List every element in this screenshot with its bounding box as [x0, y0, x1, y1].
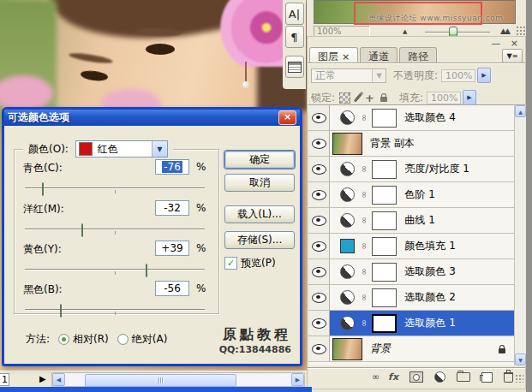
black-slider-track[interactable]	[25, 305, 205, 318]
lock-transparency-icon[interactable]	[339, 92, 350, 104]
add-layer-mask-icon[interactable]	[409, 371, 423, 383]
lock-position-icon[interactable]: +	[365, 93, 374, 103]
tab-channels[interactable]: 通道	[360, 47, 398, 62]
yellow-slider-track[interactable]	[25, 264, 205, 278]
layer-name[interactable]: 色阶 1	[404, 187, 434, 202]
tab-paths[interactable]: 路径	[399, 47, 437, 62]
magenta-slider-track[interactable]	[25, 224, 205, 238]
close-icon[interactable]: ×	[511, 38, 522, 49]
layer-name[interactable]: 选取颜色 3	[404, 264, 455, 279]
new-layer-icon[interactable]	[481, 372, 493, 383]
status-zoom-field[interactable]: 1	[0, 373, 9, 386]
cyan-value-field[interactable]: -76	[155, 159, 189, 175]
layer-style-fx-button[interactable]: fx	[388, 371, 398, 383]
layer-mask-thumbnail[interactable]	[372, 237, 397, 256]
fill-value[interactable]: 100%	[427, 92, 461, 104]
opacity-slider-button[interactable]: ▶	[477, 68, 491, 83]
visibility-toggle[interactable]	[308, 234, 330, 258]
new-adjustment-layer-icon[interactable]	[434, 371, 445, 383]
layer-name[interactable]: 选取颜色 2	[404, 290, 455, 305]
layer-row-levels-1[interactable]: ∞ 色阶 1	[308, 182, 514, 208]
tab-close-icon[interactable]: ×	[342, 51, 350, 62]
fill-slider-button[interactable]: ▶	[463, 90, 476, 105]
layer-row-selective-color-1-selected[interactable]: ∞ 选取颜色 1	[308, 311, 514, 336]
layers-scrollbar[interactable]: ▲ ▼	[514, 105, 526, 365]
preview-checkbox[interactable]: ✓	[224, 257, 237, 270]
magenta-value-field[interactable]: -32	[155, 200, 189, 216]
character-palette-button[interactable]: A|	[285, 3, 304, 25]
layer-name[interactable]: 背景	[370, 342, 391, 356]
cyan-slider-track[interactable]	[25, 183, 205, 197]
scroll-right-button[interactable]: ▶	[291, 373, 304, 386]
layer-name[interactable]: 选取颜色 4	[404, 110, 455, 125]
method-relative-option[interactable]: 相对(R)	[58, 332, 109, 347]
horizontal-scrollbar[interactable]: ◀ ▶	[51, 372, 305, 387]
close-button[interactable]: ×	[278, 110, 296, 125]
save-button[interactable]: 存储(S)...	[224, 231, 295, 249]
scroll-down-button[interactable]: ▼	[515, 353, 526, 365]
opacity-value[interactable]: 100%	[441, 69, 475, 82]
black-value-field[interactable]: -56	[155, 281, 189, 296]
visibility-toggle[interactable]	[308, 105, 330, 130]
blend-mode-select[interactable]: 正常 ▼	[311, 68, 386, 83]
layer-mask-thumbnail[interactable]	[372, 109, 397, 128]
layer-name[interactable]: 曲线 1	[404, 213, 434, 228]
layer-row-selective-color-3[interactable]: ∞ 选取颜色 3	[308, 259, 514, 285]
radio-checked-icon[interactable]	[58, 334, 69, 345]
minimize-icon[interactable]: —	[491, 38, 504, 49]
color-select[interactable]: 红色 ▼	[75, 140, 168, 157]
tab-layers[interactable]: 图层×	[309, 47, 358, 62]
visibility-toggle[interactable]	[308, 182, 330, 207]
layer-mask-thumbnail[interactable]	[372, 288, 397, 307]
layer-mask-thumbnail[interactable]	[372, 160, 397, 179]
layer-row-color-fill-1[interactable]: ∞ 颜色填充 1	[308, 234, 514, 259]
lock-all-icon[interactable]	[380, 97, 387, 102]
visibility-toggle[interactable]	[308, 157, 330, 181]
scroll-up-button[interactable]: ▲	[515, 105, 526, 117]
layer-row-selective-color-4[interactable]: ∞ 选取颜色 4	[308, 105, 514, 131]
status-menu-arrow-icon[interactable]: ▶	[39, 374, 46, 383]
layer-thumbnail[interactable]	[332, 133, 362, 155]
chevron-down-icon[interactable]: ▼	[372, 69, 386, 82]
layer-row-background[interactable]: 背景	[308, 336, 514, 362]
layer-mask-thumbnail[interactable]	[372, 211, 397, 230]
radio-icon[interactable]	[117, 334, 129, 345]
load-button[interactable]: 载入(L)...	[224, 205, 295, 223]
cancel-button[interactable]: 取消	[224, 174, 295, 192]
layer-mask-thumbnail[interactable]	[372, 314, 397, 333]
visibility-toggle[interactable]	[308, 336, 330, 361]
chevron-down-icon[interactable]: ▼	[152, 141, 167, 157]
visibility-toggle[interactable]	[308, 259, 330, 284]
scroll-left-button[interactable]: ◀	[52, 373, 65, 386]
navigator-zoom-track[interactable]	[425, 32, 490, 33]
delete-layer-icon[interactable]	[504, 372, 513, 383]
dialog-titlebar[interactable]: 可选颜色选项 ×	[4, 110, 300, 126]
layer-name[interactable]: 亮度/对比度 1	[404, 162, 469, 176]
layer-mask-thumbnail[interactable]	[372, 186, 397, 205]
layer-name[interactable]: 选取颜色 1	[404, 316, 455, 330]
lock-paint-icon[interactable]	[354, 93, 362, 102]
method-absolute-option[interactable]: 绝对(A)	[117, 332, 168, 347]
visibility-toggle[interactable]	[308, 285, 330, 310]
info-palette-button[interactable]	[285, 56, 304, 78]
visibility-toggle[interactable]	[308, 131, 330, 156]
yellow-value-field[interactable]: +39	[155, 241, 189, 256]
navigator-resize-grip[interactable]	[516, 26, 525, 35]
layer-name[interactable]: 背景 副本	[370, 136, 415, 151]
layer-name[interactable]: 颜色填充 1	[404, 239, 455, 253]
layer-thumbnail[interactable]	[332, 338, 362, 360]
palette-menu-button[interactable]: ▼≡	[502, 49, 523, 63]
fill-color-swatch[interactable]	[340, 239, 355, 253]
paragraph-palette-button[interactable]: ¶	[285, 26, 304, 48]
visibility-toggle[interactable]	[308, 311, 330, 336]
link-layers-icon[interactable]: ∞	[372, 371, 377, 383]
palette-resize-grip[interactable]	[515, 374, 523, 383]
visibility-toggle[interactable]	[308, 208, 330, 233]
layer-row-selective-color-2[interactable]: ∞ 选取颜色 2	[308, 285, 514, 311]
layer-mask-thumbnail[interactable]	[372, 263, 397, 282]
scrollbar-thumb[interactable]	[85, 374, 236, 387]
layer-row-curves-1[interactable]: ∞ 曲线 1	[308, 208, 514, 234]
layer-row-brightness-contrast-1[interactable]: ∞ 亮度/对比度 1	[308, 157, 514, 182]
ok-button[interactable]: 确定	[224, 151, 295, 169]
new-group-icon[interactable]	[457, 372, 470, 382]
